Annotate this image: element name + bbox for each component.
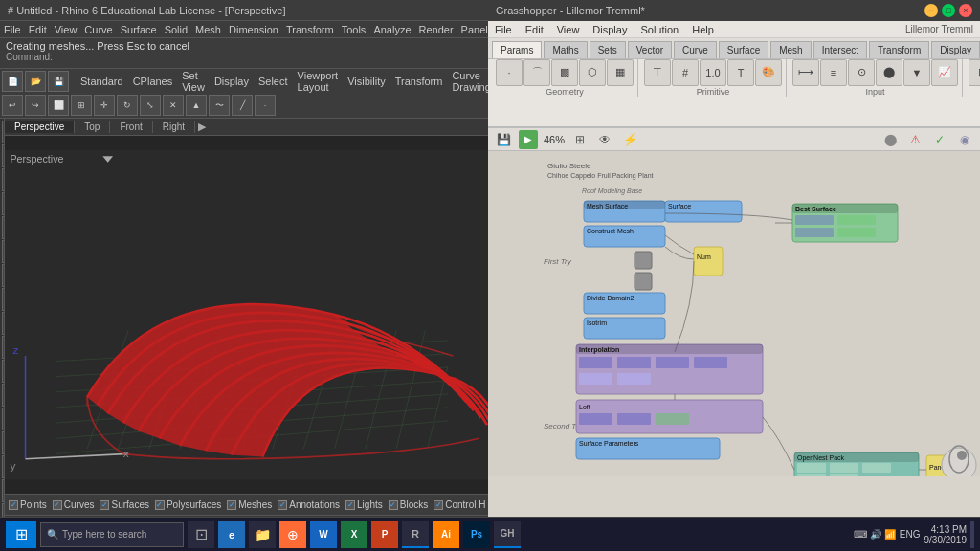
start-button[interactable]: ⊞	[6, 521, 36, 548]
snap-surfaces[interactable]: Surfaces	[100, 499, 148, 510]
taskbar-illustrator[interactable]: Ai	[433, 521, 459, 548]
tb-curve[interactable]: 〜	[209, 95, 230, 116]
menu-dimension[interactable]: Dimension	[229, 24, 278, 35]
gh-btn-num[interactable]: 1.0	[700, 59, 726, 86]
taskbar-word[interactable]: W	[310, 521, 337, 548]
taskbar-excel[interactable]: X	[341, 521, 368, 548]
tb-open[interactable]: 📂	[25, 71, 46, 92]
gh-ok-btn[interactable]: ✓	[930, 130, 949, 149]
gh-menu-solution[interactable]: Solution	[637, 24, 681, 35]
gh-save-btn[interactable]: 💾	[494, 130, 513, 149]
gh-tab-display[interactable]: Display	[931, 41, 980, 58]
menu-tools[interactable]: Tools	[342, 24, 367, 35]
snap-curves-check[interactable]	[53, 500, 62, 510]
taskbar-rhino[interactable]: R	[402, 521, 429, 548]
menu-select[interactable]: Select	[255, 76, 292, 87]
gh-canvas[interactable]: Giulio Steele Chihoe Cappelo Frull Packi…	[488, 151, 980, 534]
gh-preview-btn[interactable]: ▶	[519, 130, 538, 149]
gh-tab-mesh[interactable]: Mesh	[770, 41, 811, 58]
snap-polysurfaces-check[interactable]	[155, 500, 165, 510]
gh-menu-view[interactable]: View	[554, 24, 583, 35]
gh-maximize-button[interactable]: □	[942, 4, 955, 17]
gh-fit-btn[interactable]: ⊞	[570, 130, 590, 149]
tb-undo[interactable]: ↩	[2, 95, 23, 116]
gh-btn-param[interactable]: ⊞	[969, 59, 980, 86]
tb-save[interactable]: 💾	[48, 71, 69, 92]
viewport-tab-arrow[interactable]: ▶	[195, 121, 209, 133]
gh-tab-params[interactable]: Params	[492, 41, 542, 58]
snap-points[interactable]: Points	[9, 499, 47, 510]
taskbar-grasshopper[interactable]: GH	[494, 521, 521, 548]
taskbar-powerpoint[interactable]: P	[371, 521, 398, 548]
viewport-tab-perspective[interactable]: Perspective	[5, 121, 75, 133]
gh-btn-panel[interactable]: ≡	[820, 59, 847, 86]
gh-tab-intersect[interactable]: Intersect	[813, 41, 867, 58]
taskbar-explorer[interactable]: 📁	[249, 521, 276, 548]
gh-canvas-area[interactable]: Giulio Steele Chihoe Cappelo Frull Packi…	[488, 151, 980, 534]
gh-btn-int[interactable]: #	[672, 59, 699, 86]
gh-btn-surface[interactable]: ▩	[551, 59, 578, 86]
menu-transform[interactable]: Transform	[286, 24, 334, 35]
menu-curve-drawing[interactable]: Curve Drawing	[448, 70, 488, 93]
gh-preview-mode-btn[interactable]: 👁	[595, 130, 614, 149]
menu-standard[interactable]: Standard	[77, 76, 127, 87]
gh-btn-slider[interactable]: ⟼	[792, 59, 819, 86]
gh-btn-bool[interactable]: ⊤	[644, 59, 671, 86]
gh-rhino-btn[interactable]: ⬤	[880, 130, 900, 149]
menu-transform[interactable]: Transform	[391, 76, 447, 87]
gh-btn-toggle[interactable]: ⊙	[848, 59, 875, 86]
task-view-button[interactable]: ⊡	[188, 521, 214, 548]
gh-warn-btn[interactable]: ⚠	[905, 130, 924, 149]
snap-points-check[interactable]	[9, 500, 18, 510]
tb-select-all[interactable]: ⬜	[48, 95, 69, 116]
gh-sphere-btn[interactable]: ◉	[955, 130, 974, 149]
gh-menu-edit[interactable]: Edit	[523, 24, 546, 35]
menu-analyze[interactable]: Analyze	[373, 24, 411, 35]
tb-redo[interactable]: ↪	[25, 95, 46, 116]
gh-btn-brep[interactable]: ⬡	[579, 59, 606, 86]
gh-btn-button[interactable]: ⬤	[876, 59, 902, 86]
snap-lights[interactable]: Lights	[345, 499, 383, 510]
taskbar-ie[interactable]: e	[218, 521, 245, 548]
command-prompt[interactable]: Command:	[6, 52, 482, 62]
tb-window-select[interactable]: ⊞	[71, 95, 92, 116]
gh-menu-display[interactable]: Display	[590, 24, 630, 35]
search-bar[interactable]: 🔍 Type here to search	[40, 522, 184, 547]
gh-tab-surface[interactable]: Surface	[719, 41, 768, 58]
menu-display[interactable]: Display	[211, 76, 253, 87]
snap-blocks[interactable]: Blocks	[389, 499, 428, 510]
snap-controlh-check[interactable]	[434, 500, 443, 510]
gh-menu-file[interactable]: File	[492, 24, 515, 35]
show-desktop-button[interactable]	[970, 521, 974, 548]
tb-point[interactable]: ·	[255, 95, 276, 116]
snap-blocks-check[interactable]	[389, 500, 398, 510]
gh-menu-help[interactable]: Help	[689, 24, 717, 35]
viewport-tab-front[interactable]: Front	[110, 121, 152, 133]
menu-setview[interactable]: Set View	[178, 70, 209, 93]
snap-controlh[interactable]: Control H	[434, 499, 485, 510]
taskbar-photoshop[interactable]: Ps	[463, 521, 490, 548]
snap-annotations[interactable]: Annotations	[278, 499, 340, 510]
menu-file[interactable]: File	[4, 24, 21, 35]
taskbar-chrome[interactable]: ⊕	[279, 521, 306, 548]
menu-render[interactable]: Render	[419, 24, 454, 35]
gh-tab-transform[interactable]: Transform	[869, 41, 929, 58]
gh-btn-curve[interactable]: ⌒	[523, 59, 550, 86]
snap-lights-check[interactable]	[345, 500, 355, 510]
tb-line[interactable]: ╱	[232, 95, 253, 116]
menu-surface[interactable]: Surface	[121, 24, 157, 35]
menu-curve[interactable]: Curve	[84, 24, 112, 35]
snap-meshes-check[interactable]	[227, 500, 236, 510]
gh-tab-maths[interactable]: Maths	[544, 41, 587, 58]
menu-edit[interactable]: Edit	[29, 24, 47, 35]
viewport-canvas[interactable]: z x y Perspective	[5, 136, 488, 494]
gh-btn-color[interactable]: 🎨	[755, 59, 782, 86]
snap-curves[interactable]: Curves	[53, 499, 95, 510]
gh-btn-graph[interactable]: 📈	[931, 59, 958, 86]
menu-mesh[interactable]: Mesh	[195, 24, 221, 35]
tb-scale[interactable]: ⤡	[140, 95, 161, 116]
gh-color-btn[interactable]: ⚡	[620, 130, 639, 149]
snap-annotations-check[interactable]	[278, 500, 287, 510]
gh-tab-sets[interactable]: Sets	[590, 41, 626, 58]
tb-delete[interactable]: ✕	[163, 95, 184, 116]
